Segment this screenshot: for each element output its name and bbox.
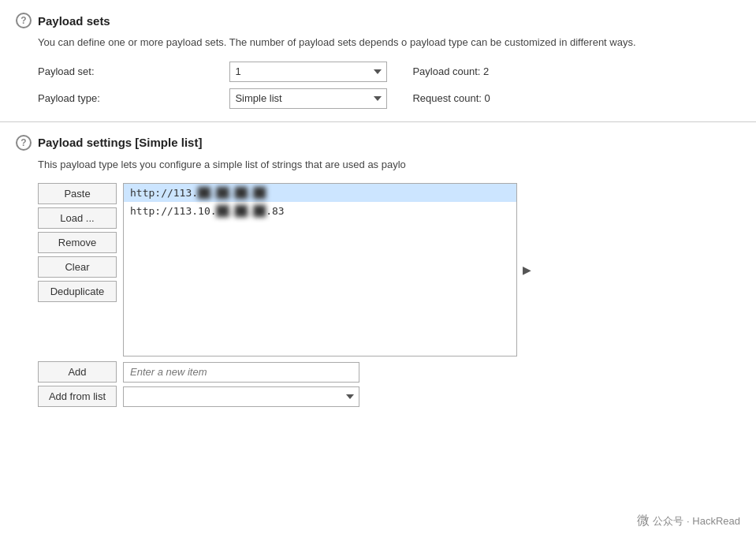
clear-button[interactable]: Clear — [38, 256, 117, 278]
payload-count-info: Payload count: 2 — [412, 65, 610, 77]
list-item[interactable]: http://113.10.██.██.██.83 — [124, 202, 516, 220]
remove-button[interactable]: Remove — [38, 232, 117, 253]
payload-sets-header: ? Payload sets — [16, 13, 740, 28]
payload-settings-title: Payload settings [Simple list] — [38, 136, 202, 149]
payload-settings-description: This payload type lets you configure a s… — [38, 157, 740, 173]
payload-settings-help-icon[interactable]: ? — [16, 135, 32, 151]
list-container: http://113.██.██.██.██ http://113.10.██.… — [123, 183, 517, 356]
list-item[interactable]: http://113.██.██.██.██ — [124, 184, 516, 202]
list-buttons: Paste Load ... Remove Clear Deduplicate — [38, 183, 117, 356]
add-button[interactable]: Add — [38, 361, 117, 383]
payload-sets-description: You can define one or more payload sets.… — [38, 35, 740, 50]
scroll-right-arrow: ▶ — [523, 263, 531, 276]
add-input[interactable] — [123, 362, 359, 383]
payload-sets-help-icon[interactable]: ? — [16, 13, 32, 28]
request-count-info: Request count: 0 — [412, 92, 610, 104]
payload-settings-section: ? Payload settings [Simple list] This pa… — [0, 122, 756, 420]
payload-list-area: Paste Load ... Remove Clear Deduplicate … — [38, 183, 740, 356]
watermark: 微 公众号 · HackRead — [637, 513, 740, 529]
payload-sets-title: Payload sets — [38, 14, 110, 28]
payload-set-label: Payload set: — [38, 65, 220, 77]
payload-list-box[interactable]: http://113.██.██.██.██ http://113.10.██.… — [123, 183, 517, 356]
payload-sets-form: Payload set: 1 2 Payload count: 2 Payloa… — [38, 62, 740, 109]
payload-settings-header: ? Payload settings [Simple list] — [16, 135, 740, 151]
main-container: ? Payload sets You can define one or mor… — [0, 0, 756, 545]
add-from-list-area: Add from list — [38, 386, 740, 407]
payload-type-select[interactable]: Simple list Runtime file Custom iterator… — [229, 88, 387, 109]
payload-type-label: Payload type: — [38, 92, 220, 104]
watermark-text: 公众号 · HackRead — [653, 514, 740, 528]
payload-set-select[interactable]: 1 2 — [229, 62, 387, 82]
deduplicate-button[interactable]: Deduplicate — [38, 281, 117, 302]
load-button[interactable]: Load ... — [38, 207, 117, 229]
paste-button[interactable]: Paste — [38, 183, 117, 204]
add-from-list-select[interactable] — [123, 386, 359, 407]
add-area: Add — [38, 361, 740, 383]
payload-sets-section: ? Payload sets You can define one or mor… — [0, 0, 756, 121]
watermark-icon: 微 — [637, 513, 650, 529]
add-from-list-button[interactable]: Add from list — [38, 386, 117, 407]
